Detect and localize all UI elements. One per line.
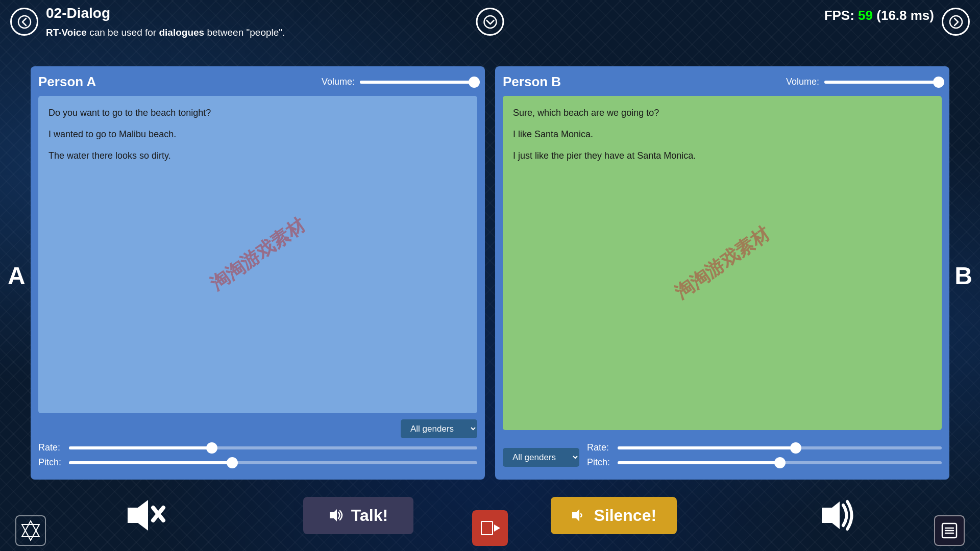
silence-label: Silence! (594, 506, 656, 525)
person-b-header: Person B Volume: (503, 74, 942, 90)
unity-button[interactable] (15, 515, 46, 546)
menu-icon (940, 521, 959, 540)
person-a-rate-slider[interactable] (69, 446, 477, 449)
main-content: Person A Volume: Do you want to go to th… (31, 66, 949, 480)
svg-marker-7 (572, 509, 579, 521)
person-a-pitch-label: Pitch: (38, 457, 69, 468)
talk-label: Talk! (351, 506, 388, 525)
person-b-gender-dropdown[interactable]: All genders Male Female (503, 448, 579, 467)
silence-button[interactable]: Silence! (551, 497, 677, 534)
svg-marker-6 (330, 509, 337, 521)
person-a-pitch-row: Pitch: (38, 457, 477, 468)
person-b-pitch-row: Pitch: (587, 457, 942, 468)
watermark-b: 淘淘游戏素材 (670, 221, 774, 305)
person-b-rate-label: Rate: (587, 442, 618, 453)
person-a-rate-row: Rate: (38, 442, 477, 453)
person-a-header: Person A Volume: (38, 74, 477, 90)
bottom-nav-right (934, 515, 965, 546)
person-b-controls: All genders Male Female Rate: Pitch: (503, 442, 942, 472)
top-bar: 02-Dialog RT-Voice can be used for dialo… (0, 0, 980, 61)
page-description: RT-Voice can be used for dialogues betwe… (46, 26, 824, 40)
silence-icon (571, 507, 587, 523)
exit-icon (479, 517, 501, 539)
talk-button[interactable]: Talk! (303, 497, 413, 534)
person-a-line-2: I wanted to go to Malibu beach. (48, 128, 467, 141)
person-a-panel: Person A Volume: Do you want to go to th… (31, 66, 485, 480)
person-b-footer: All genders Male Female Rate: Pitch: (503, 436, 942, 472)
person-a-rate-label: Rate: (38, 442, 69, 453)
person-b-pitch-label: Pitch: (587, 457, 618, 468)
side-label-b: B (954, 262, 972, 290)
person-b-rate-slider[interactable] (618, 446, 942, 449)
person-a-line-3: The water there looks so dirty. (48, 149, 467, 163)
person-a-volume-label: Volume: (322, 77, 355, 87)
person-b-panel: Person B Volume: Sure, which beach are w… (495, 66, 949, 480)
svg-point-0 (18, 16, 31, 28)
person-a-name: Person A (38, 74, 96, 90)
person-b-volume-label: Volume: (786, 77, 819, 87)
svg-point-1 (950, 16, 962, 28)
svg-rect-13 (482, 522, 492, 534)
svg-marker-3 (128, 500, 148, 531)
bottom-nav-left (15, 515, 46, 546)
person-a-footer: All genders Male Female Rate: Pitch: (38, 419, 477, 472)
talk-icon (329, 507, 345, 523)
person-a-line-1: Do you want to go to the beach tonight? (48, 106, 467, 120)
person-b-volume-slider[interactable] (824, 81, 942, 84)
menu-button[interactable] (934, 515, 965, 546)
person-b-dialog-box: Sure, which beach are we going to? I lik… (503, 96, 942, 430)
person-b-name: Person B (503, 74, 561, 90)
person-b-line-2: I like Santa Monica. (513, 128, 932, 141)
person-a-dialog-box: Do you want to go to the beach tonight? … (38, 96, 477, 413)
page-title: 02-Dialog (46, 5, 824, 21)
person-a-volume-slider[interactable] (360, 81, 477, 84)
watermark-a: 淘淘游戏素材 (205, 213, 310, 296)
unity-icon (20, 520, 41, 541)
svg-marker-14 (494, 524, 500, 532)
nav-back-button[interactable] (10, 8, 38, 36)
bottom-nav-center (472, 510, 508, 546)
fps-label: FPS: 59 (16.8 ms) (824, 8, 934, 23)
svg-marker-8 (822, 502, 840, 529)
speaker-waves-icon (814, 492, 860, 538)
person-a-pitch-slider[interactable] (69, 461, 477, 464)
title-area: 02-Dialog RT-Voice can be used for dialo… (38, 5, 824, 40)
person-a-gender-dropdown[interactable]: All genders Male Female (401, 419, 477, 438)
person-b-line-1: Sure, which beach are we going to? (513, 106, 932, 120)
nav-forward-button[interactable] (942, 8, 970, 36)
person-b-sliders: Rate: Pitch: (587, 442, 942, 472)
side-label-a: A (8, 262, 26, 290)
speaker-mute-icon (120, 492, 166, 538)
fps-display: FPS: 59 (16.8 ms) (824, 8, 934, 23)
speaker-button[interactable] (814, 492, 860, 538)
person-b-line-3: I just like the pier they have at Santa … (513, 149, 932, 163)
person-b-pitch-slider[interactable] (618, 461, 942, 464)
person-b-rate-row: Rate: (587, 442, 942, 453)
exit-button[interactable] (472, 510, 508, 546)
mute-button[interactable] (120, 492, 166, 538)
